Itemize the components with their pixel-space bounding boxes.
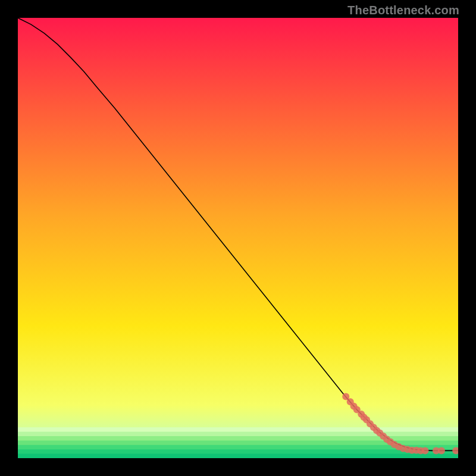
svg-point-30 [438, 447, 445, 454]
watermark-text: TheBottleneck.com [347, 4, 459, 17]
plot-background [18, 18, 458, 458]
chart-frame: TheBottleneck.com [0, 0, 476, 476]
chart-plot [18, 18, 458, 458]
svg-point-28 [422, 447, 429, 454]
svg-rect-1 [18, 432, 458, 437]
svg-rect-6 [18, 454, 458, 458]
svg-rect-0 [18, 427, 458, 432]
svg-rect-5 [18, 449, 458, 454]
